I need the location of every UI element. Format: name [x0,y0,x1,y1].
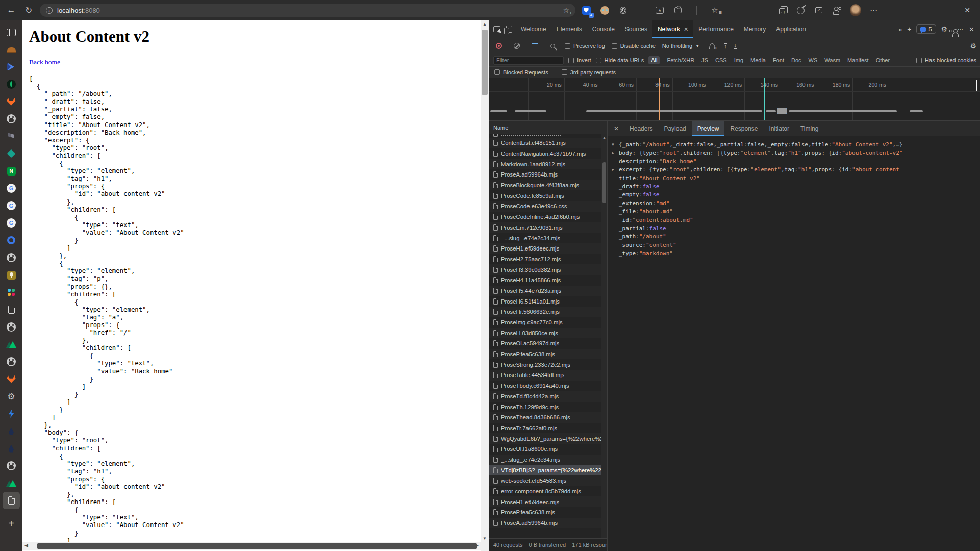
request-row[interactable]: ProseTd.f8c4d42a.mjs [489,391,607,402]
preview-line[interactable]: description: "Back home" [612,158,980,166]
list-scroll-thumb[interactable] [602,162,606,203]
web-capture-icon[interactable] [795,5,806,16]
clear-network-icon[interactable] [511,40,522,52]
devtools-tab-console[interactable]: Console [587,20,620,38]
request-row[interactable]: WgQyabdE6b?_params={%22where%22:[{%22_p. [489,433,607,444]
preview-json-tree[interactable]: ▼{_path: "/about", _draft: false, _parti… [608,136,980,258]
devtools-settings-icon[interactable]: ⚙ [941,25,948,33]
workspace-extension-icon[interactable]: ★ [654,5,665,16]
request-row[interactable]: ProseTr.7a662af0.mjs [489,423,607,434]
scroll-left-icon[interactable]: ◀ [24,543,28,548]
close-button[interactable]: ✕ [960,6,975,14]
network-conditions-icon[interactable] [706,40,717,52]
request-row[interactable]: _...slug_.e74e2c34.mjs [489,233,607,243]
details-tab-headers[interactable]: Headers [624,121,658,136]
preview-line[interactable]: _partial: false [612,224,980,233]
details-tab-timing[interactable]: Timing [795,121,824,136]
request-row[interactable]: ProseImg.c9ac77c0.mjs [489,317,607,328]
favicon-blue-ring[interactable] [3,232,20,249]
details-tab-payload[interactable]: Payload [658,121,691,136]
device-toolbar-icon[interactable] [504,23,515,35]
favicon-mongodb[interactable] [3,76,20,93]
filter-type-media[interactable]: Media [748,56,768,64]
record-network-icon[interactable] [493,40,505,52]
request-row[interactable]: ContentNavigation.4c371b97.mjs [489,148,607,159]
devtools-more-icon[interactable]: ⋯ [958,26,964,33]
browser-essentials-icon[interactable] [832,5,843,16]
filter-type-doc[interactable]: Doc [789,56,804,64]
network-overview-timeline[interactable]: 20 ms40 ms60 ms80 ms100 ms120 ms140 ms16… [489,78,980,121]
filter-type-all[interactable]: All [648,56,660,64]
devtools-tab-application[interactable]: Application [771,20,811,38]
add-favorite-icon[interactable]: ☆ [563,6,569,14]
preview-line[interactable]: _path: "/about" [612,233,980,241]
request-row[interactable]: VTdj8zBBjS?_params={%22where%22:[{%22_pa… [489,465,607,475]
request-row[interactable]: ProseHr.5606632e.mjs [489,307,607,317]
selected-request-marker[interactable] [777,108,787,114]
share-icon[interactable]: ↗ [813,5,824,16]
3rd-party-requests-checkbox[interactable]: 3rd-party requests [562,69,616,76]
request-row[interactable]: ContentList.cf48c151.mjs [489,138,607,148]
request-row[interactable]: ProseBlockquote.4f43f8aa.mjs [489,180,607,191]
favicon-gitlab[interactable] [3,93,20,110]
preview-line[interactable]: _id: "content:about.md" [612,216,980,224]
filter-type-js[interactable]: JS [699,56,711,64]
close-tab-icon[interactable]: ✕ [684,26,688,33]
filter-type-manifest[interactable]: Manifest [845,56,871,64]
favicon-slack[interactable] [3,284,20,301]
filter-type-wasm[interactable]: Wasm [822,56,843,64]
disclosure-triangle-icon[interactable]: ▼ [612,141,619,149]
nuxt-devtools-extension-icon[interactable] [636,5,647,16]
request-row[interactable]: ProseTbody.c6914a40.mjs [489,381,607,391]
details-tab-response[interactable]: Response [724,121,763,136]
devtools-tab-elements[interactable]: Elements [551,20,587,38]
preview-line[interactable]: _type: "markdown" [612,249,980,258]
favicon-gitlab[interactable] [3,370,20,388]
react-devtools-extension-icon[interactable] [617,5,629,16]
request-row[interactable]: ProseA.ad59964b.mjs [489,518,607,529]
preview-line[interactable]: ▶body: {type: "root", children: [{type: … [612,149,980,157]
favicon-github[interactable] [3,353,20,370]
request-row[interactable]: ProseTh.129f9d9c.mjs [489,402,607,412]
extensions-puzzle-icon[interactable] [672,5,684,16]
network-settings-icon[interactable]: ⚙ [970,42,976,50]
horizontal-scroll-thumb[interactable] [37,543,477,549]
filter-type-ws[interactable]: WS [806,56,820,64]
scroll-up-icon[interactable]: ▲ [481,22,489,27]
preserve-log-checkbox[interactable]: Preserve log [565,43,605,49]
request-row[interactable]: ProseEm.712e9031.mjs [489,222,607,233]
vertical-scrollbar[interactable]: ▲ ▼ [481,20,489,551]
favicon-github[interactable] [3,457,20,474]
hide-data-urls-checkbox[interactable]: Hide data URLs [596,57,644,63]
name-column-header[interactable]: Name [489,121,607,134]
favicon-document[interactable] [3,492,20,509]
close-details-icon[interactable]: ✕ [610,125,623,132]
favicon-google[interactable]: G [3,214,20,232]
address-bar[interactable]: i localhost:8080 ☆ [40,4,575,17]
disclosure-triangle-icon[interactable]: ▶ [612,166,619,174]
settings-more-icon[interactable]: ⋯ [868,5,880,16]
devtools-tab-network[interactable]: Network✕ [652,20,693,38]
favicon-nuxt[interactable] [3,474,20,492]
preview-line[interactable]: ▶excerpt: {type: "root", children: [{typ… [612,166,980,174]
favicon-nginx[interactable]: N [3,162,20,180]
search-network-icon[interactable] [547,40,558,52]
has-blocked-cookies-checkbox[interactable]: Has blocked cookies [916,57,976,63]
favicon-terraform[interactable] [3,128,20,145]
favicon-lightbulb[interactable] [3,266,20,284]
request-row[interactable] [489,134,607,138]
request-row[interactable]: _...slug_.e74e2c34.mjs [489,455,607,465]
inspect-element-icon[interactable] [491,23,502,35]
favicon-github[interactable] [3,249,20,266]
favicon-github[interactable] [3,110,20,128]
devtools-tab-welcome[interactable]: Welcome [516,20,551,38]
horizontal-scrollbar[interactable]: ◀ ▶ [22,542,481,550]
request-row[interactable]: ProseH2.75aac712.mjs [489,254,607,265]
scroll-down-icon[interactable]: ▼ [481,536,489,541]
request-row[interactable]: error-component.8c5b79dd.mjs [489,486,607,497]
request-row[interactable]: ProseP.fea5c638.mjs [489,349,607,360]
request-row[interactable]: web-socket.efd54583.mjs [489,475,607,486]
filter-type-img[interactable]: Img [732,56,746,64]
preview-line[interactable]: _file: "about.md" [612,208,980,216]
preview-line[interactable]: _source: "content" [612,241,980,249]
